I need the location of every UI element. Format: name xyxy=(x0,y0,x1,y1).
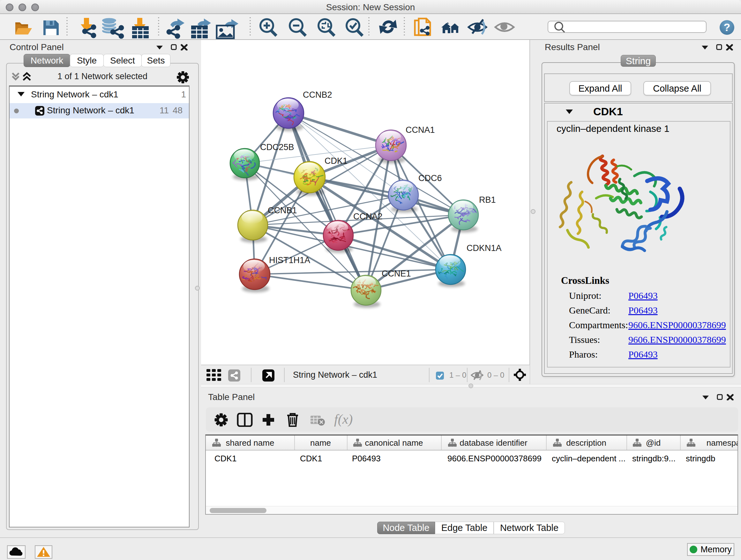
svg-text:CDC25B: CDC25B xyxy=(260,142,294,152)
svg-text:CCNA2: CCNA2 xyxy=(353,212,383,221)
svg-text:CCNE1: CCNE1 xyxy=(382,269,411,278)
svg-text:CDC6: CDC6 xyxy=(418,173,442,183)
svg-text:f(x): f(x) xyxy=(334,413,353,427)
svg-text:HIST1H1A: HIST1H1A xyxy=(269,255,310,265)
svg-text:RB1: RB1 xyxy=(479,195,496,205)
svg-text:CDKN1A: CDKN1A xyxy=(467,243,502,253)
svg-text:CCNB1: CCNB1 xyxy=(268,206,297,215)
svg-text:CDK1: CDK1 xyxy=(325,156,347,166)
svg-text:CCNB2: CCNB2 xyxy=(303,90,332,100)
svg-text:CCNA1: CCNA1 xyxy=(406,125,435,135)
